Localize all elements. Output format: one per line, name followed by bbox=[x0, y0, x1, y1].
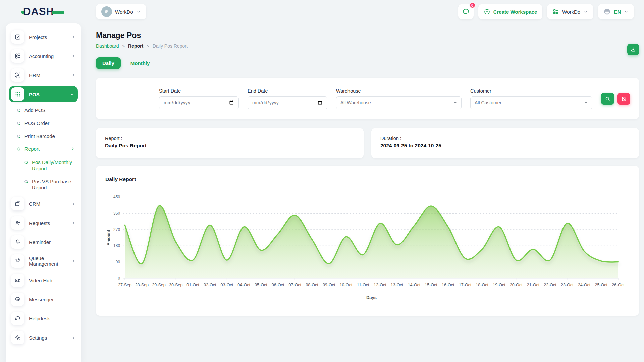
globe-icon bbox=[603, 8, 611, 15]
customer-select[interactable]: All Customer bbox=[470, 96, 592, 109]
svg-text:0: 0 bbox=[118, 276, 120, 281]
sidebar-item-report[interactable]: Report bbox=[9, 144, 78, 155]
svg-text:07-Oct: 07-Oct bbox=[289, 283, 302, 287]
sidebar-item-queue-management[interactable]: Queue Management bbox=[9, 253, 78, 269]
sidebar-item-add-pos[interactable]: Add POS bbox=[9, 105, 78, 116]
sidebar-item-pos[interactable]: POS bbox=[9, 86, 78, 102]
clipboard-slash-icon bbox=[621, 96, 627, 102]
svg-text:23-Oct: 23-Oct bbox=[561, 283, 574, 287]
language-selector[interactable]: EN bbox=[598, 4, 634, 19]
svg-text:26-Oct: 26-Oct bbox=[612, 283, 625, 287]
sidebar-item-helpdesk[interactable]: Helpdesk bbox=[9, 310, 78, 326]
sidebar-item-label: POS bbox=[29, 92, 40, 97]
sidebar-item-pos-order[interactable]: POS Order bbox=[9, 118, 78, 129]
sidebar-item-label: Pos Daily/Monthly Report bbox=[32, 159, 75, 172]
messages-button[interactable]: 0 bbox=[458, 4, 474, 19]
report-period-tabs: Daily Monthly bbox=[96, 57, 639, 69]
sidebar-item-settings[interactable]: Settings bbox=[9, 329, 78, 346]
chevron-right-icon: > bbox=[147, 44, 149, 49]
sidebar-item-crm[interactable]: CRM bbox=[9, 196, 78, 212]
end-date-input[interactable] bbox=[248, 96, 327, 109]
main-content: Manage Pos Dashboard > Report > Daily Po… bbox=[96, 23, 639, 316]
svg-text:Amount: Amount bbox=[106, 230, 111, 246]
svg-text:19-Oct: 19-Oct bbox=[493, 283, 505, 287]
breadcrumb-dashboard[interactable]: Dashboard bbox=[96, 43, 119, 49]
svg-text:15-Oct: 15-Oct bbox=[425, 283, 437, 287]
workspace-avatar bbox=[101, 6, 112, 17]
svg-text:05-Oct: 05-Oct bbox=[255, 283, 267, 287]
svg-text:28-Sep: 28-Sep bbox=[135, 283, 149, 287]
workdo-dropdown-label: WorkDo bbox=[562, 9, 580, 15]
tab-monthly[interactable]: Monthly bbox=[124, 57, 156, 69]
workdo-dropdown[interactable]: WorkDo bbox=[547, 4, 593, 19]
chevron-right-icon bbox=[71, 221, 76, 225]
tab-daily[interactable]: Daily bbox=[96, 57, 121, 69]
chevron-right-icon bbox=[71, 54, 76, 58]
svg-text:16-Oct: 16-Oct bbox=[442, 283, 454, 287]
warehouse-field: Warehouse All Warehouse bbox=[336, 88, 462, 109]
daily-report-card: Daily Report 09018027036045027-Sep28-Sep… bbox=[96, 166, 639, 316]
svg-text:29-Sep: 29-Sep bbox=[152, 283, 165, 287]
start-date-input[interactable] bbox=[159, 96, 239, 109]
breadcrumb-report[interactable]: Report bbox=[128, 43, 143, 49]
svg-text:180: 180 bbox=[113, 243, 120, 248]
cards-icon bbox=[11, 197, 24, 210]
svg-text:30-Sep: 30-Sep bbox=[169, 283, 182, 287]
svg-text:90: 90 bbox=[116, 260, 120, 264]
sidebar-item-pos-vs-purchase-report[interactable]: Pos VS Purchase Report bbox=[9, 177, 78, 193]
sidebar-item-label: Print Barcode bbox=[24, 133, 55, 140]
download-report-button[interactable] bbox=[627, 44, 639, 55]
reset-filter-button[interactable] bbox=[617, 93, 630, 105]
sidebar-item-reminder[interactable]: Reminder bbox=[9, 234, 78, 250]
checkbox-icon bbox=[11, 30, 24, 44]
sidebar-item-video-hub[interactable]: Video Hub bbox=[9, 272, 78, 288]
svg-text:11-Oct: 11-Oct bbox=[357, 283, 369, 287]
start-date-field: Start Date bbox=[159, 88, 239, 109]
start-date-label: Start Date bbox=[159, 88, 239, 94]
sidebar-item-label: Queue Management bbox=[29, 255, 67, 267]
create-workspace-button[interactable]: Create Workspace bbox=[478, 4, 543, 19]
sidebar-item-messenger[interactable]: Messenger bbox=[9, 291, 78, 307]
chart-title: Daily Report bbox=[105, 176, 630, 182]
sidebar-item-requests[interactable]: Requests bbox=[9, 215, 78, 231]
svg-text:01-Oct: 01-Oct bbox=[186, 283, 199, 287]
phone-call-icon bbox=[11, 254, 24, 268]
page-title: Manage Pos bbox=[96, 31, 639, 40]
logo-dash bbox=[52, 11, 64, 14]
svg-text:18-Oct: 18-Oct bbox=[476, 283, 488, 287]
logo-text: DASH bbox=[23, 6, 54, 18]
svg-text:25-Oct: 25-Oct bbox=[595, 283, 607, 287]
svg-text:06-Oct: 06-Oct bbox=[272, 283, 284, 287]
svg-text:04-Oct: 04-Oct bbox=[237, 283, 250, 287]
duration-card-label: Duration : bbox=[380, 136, 630, 141]
sidebar-item-hrm[interactable]: HRM bbox=[9, 67, 78, 83]
person-plus-icon bbox=[11, 216, 24, 230]
filter-panel: Start Date End Date Warehouse All Wareho… bbox=[96, 78, 639, 119]
sidebar-item-label: POS Order bbox=[24, 120, 49, 127]
customer-label: Customer bbox=[470, 88, 592, 94]
headset-icon bbox=[11, 312, 24, 325]
sidebar-item-label: Projects bbox=[29, 34, 47, 40]
sidebar-item-projects[interactable]: Projects bbox=[9, 29, 78, 45]
chevron-down-icon bbox=[136, 9, 141, 14]
chevron-right-icon: > bbox=[122, 44, 125, 49]
sidebar-item-print-barcode[interactable]: Print Barcode bbox=[9, 131, 78, 142]
person-scan-icon bbox=[11, 68, 24, 82]
sidebar-item-label: Messenger bbox=[29, 297, 54, 302]
apply-filter-button[interactable] bbox=[601, 93, 614, 105]
search-icon bbox=[605, 96, 610, 102]
sidebar-item-accounting[interactable]: Accounting bbox=[9, 48, 78, 64]
bullet-ring-icon bbox=[16, 108, 21, 113]
grid-plus-icon bbox=[552, 8, 559, 15]
duration-card: Duration : 2024-09-25 to 2024-10-25 bbox=[371, 128, 639, 158]
end-date-field: End Date bbox=[248, 88, 327, 109]
sidebar-item-label: Helpdesk bbox=[29, 316, 50, 321]
breadcrumb: Dashboard > Report > Daily Pos Report bbox=[96, 43, 639, 49]
chat-bubble-icon bbox=[462, 8, 470, 16]
warehouse-select[interactable]: All Warehouse bbox=[336, 96, 462, 109]
sidebar-item-pos-daily-monthly-report[interactable]: Pos Daily/Monthly Report bbox=[9, 157, 78, 174]
workspace-selector[interactable]: WorkDo bbox=[96, 4, 146, 19]
chevron-right-icon bbox=[71, 73, 76, 77]
svg-text:13-Oct: 13-Oct bbox=[391, 283, 404, 287]
svg-text:21-Oct: 21-Oct bbox=[527, 283, 540, 287]
